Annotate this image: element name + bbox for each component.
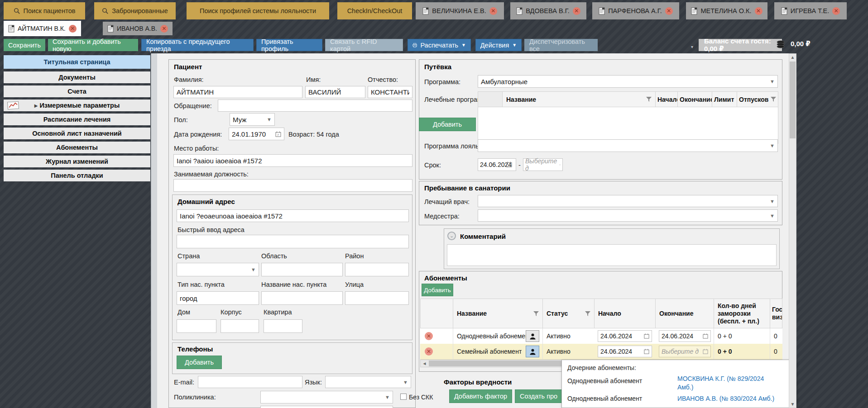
vertical-scrollbar-thumb[interactable]	[790, 62, 796, 138]
subs-row2-end-date[interactable]: Выберите д	[659, 346, 711, 357]
calendar-icon[interactable]: 7	[506, 161, 512, 167]
collapse-toggle-icon[interactable]: ⌄	[447, 232, 456, 240]
term-end-field[interactable]: Выберите д 7	[523, 158, 563, 171]
add-subscription-button[interactable]: Добавить	[422, 284, 453, 296]
quick-address-field[interactable]	[177, 235, 409, 248]
sidebar-item-main-prescription-sheet[interactable]: Основной лист назначений	[4, 128, 150, 139]
building-field[interactable]	[221, 319, 259, 333]
calendar-icon[interactable]: 7	[560, 162, 561, 168]
language-select[interactable]: ▼	[325, 376, 411, 388]
copy-previous-visit-button[interactable]: Копировать с предыдущего приезда	[141, 39, 254, 51]
sidebar-item-documents[interactable]: Документы	[4, 71, 150, 83]
settlement-name-field[interactable]	[261, 291, 343, 305]
treatment-table-end-header[interactable]: Окончание	[677, 91, 712, 107]
close-icon[interactable]: ✕	[489, 7, 497, 15]
add-hazard-factor-button[interactable]: Добавить фактор	[449, 389, 512, 403]
sidebar-item-treatment-schedule[interactable]: Расписание лечения	[4, 114, 150, 125]
tab-patient-igreva[interactable]: ИГРЕВА Т.Е. ✕	[774, 2, 847, 19]
close-icon[interactable]: ✕	[832, 7, 840, 15]
email-field[interactable]	[198, 376, 302, 388]
treatment-table-name-header[interactable]: Название	[502, 91, 656, 107]
firstname-field[interactable]	[305, 86, 365, 98]
create-hazard-profile-button[interactable]: Создать про	[515, 389, 569, 403]
address-field[interactable]	[177, 209, 409, 222]
tab-patient-search[interactable]: Поиск пациентов	[4, 2, 85, 19]
filter-icon[interactable]	[771, 97, 776, 102]
treatment-table-vacations-header[interactable]: Отпусков	[737, 91, 778, 107]
close-icon[interactable]: ✕	[69, 25, 77, 33]
add-phone-button[interactable]: Добавить	[177, 356, 222, 369]
subs-row2-start-date[interactable]: 24.06.2024	[598, 346, 652, 357]
salutation-field[interactable]	[218, 100, 412, 112]
close-icon[interactable]: ✕	[665, 7, 673, 15]
sidebar-item-subscriptions[interactable]: Абонементы	[4, 142, 150, 153]
add-treatment-program-button[interactable]: Добавить	[419, 118, 476, 131]
filter-icon[interactable]	[585, 311, 590, 316]
tab-booked[interactable]: Забронированные	[94, 2, 176, 19]
bottom-partial-field[interactable]	[260, 406, 393, 408]
subs-freeze-header[interactable]: Кол-во дней заморозки (беспл. + пл.)	[714, 299, 770, 328]
region-field[interactable]	[261, 263, 343, 276]
calendar-icon[interactable]	[703, 333, 708, 339]
clinic-select[interactable]: ▼	[260, 391, 393, 403]
treatment-table-limit-header[interactable]: Лимит	[712, 91, 737, 107]
sidebar-item-measured-params[interactable]: ▶ Измеряемые параметры	[4, 100, 150, 111]
subs-row1-end-date[interactable]: 24.06.2024	[659, 330, 711, 342]
apartment-field[interactable]	[264, 319, 302, 333]
tab-loyalty-profiles-search[interactable]: Поиск профилей системы лояльности	[187, 2, 329, 19]
middlename-field[interactable]	[368, 86, 412, 98]
tab-checkin-checkout[interactable]: CheckIn/CheckOut	[337, 2, 412, 19]
close-icon[interactable]: ✕	[755, 7, 762, 15]
bind-profile-button[interactable]: Привязать профиль	[256, 39, 322, 51]
calendar-icon[interactable]	[703, 349, 708, 354]
print-button[interactable]: Распечатать▼	[408, 39, 471, 51]
comment-textarea[interactable]	[447, 244, 777, 266]
gender-select[interactable]: Муж▼	[230, 113, 275, 126]
calendar-icon[interactable]	[644, 333, 649, 339]
tab-patient-metelina[interactable]: МЕТЕЛИНА О.К. ✕	[686, 2, 767, 19]
subs-end-header[interactable]: Окончание	[655, 299, 714, 328]
calendar-icon[interactable]: 7	[275, 131, 281, 137]
save-button[interactable]: Сохранить	[4, 39, 45, 51]
subs-start-header[interactable]: Начало	[594, 299, 656, 328]
filter-icon[interactable]	[646, 97, 652, 102]
filter-icon[interactable]	[533, 311, 539, 316]
expander-icon[interactable]: ▶	[34, 103, 38, 108]
scroll-up-icon[interactable]: ▲	[789, 54, 796, 61]
dispatch-all-button[interactable]: Диспетчеризовать все	[524, 39, 598, 51]
doctor-select[interactable]: ▼	[478, 195, 778, 207]
sidebar-item-title-page[interactable]: Титульная страница	[4, 55, 150, 69]
birthdate-field[interactable]: 24.01.1970 7	[229, 128, 284, 140]
person-icon[interactable]	[526, 346, 539, 357]
sidebar-item-change-log[interactable]: Журнал изменений	[4, 156, 150, 167]
calendar-icon[interactable]	[644, 349, 649, 354]
subs-guest-header[interactable]: Гоствиз	[770, 299, 782, 328]
scroll-left-icon[interactable]: ◄	[421, 360, 428, 367]
house-field[interactable]	[177, 319, 216, 333]
district-field[interactable]	[345, 263, 409, 276]
settlement-type-field[interactable]	[177, 291, 259, 305]
no-skk-checkbox[interactable]	[400, 394, 407, 400]
sidebar-item-debug-panel[interactable]: Панель отладки	[4, 170, 150, 181]
rfid-link-button[interactable]: Связать с RFID картой	[325, 39, 403, 51]
position-field[interactable]	[173, 179, 412, 192]
delete-row-icon[interactable]: ✕	[425, 332, 433, 340]
tab-patient-velichkina[interactable]: ВЕЛИЧКИНА Е.В. ✕	[416, 2, 504, 19]
person-icon[interactable]	[526, 330, 539, 342]
country-select[interactable]: ▼	[177, 263, 259, 276]
tab-patient-aytmatin-active[interactable]: АЙТМАТИН В.К. ✕	[4, 21, 81, 36]
lastname-field[interactable]	[173, 86, 302, 98]
nurse-select[interactable]: ▼	[478, 209, 778, 222]
subs-row1-start-date[interactable]: 24.06.2024	[598, 330, 652, 342]
loyalty-program-select[interactable]: ▼	[478, 139, 778, 152]
subs-status-header[interactable]: Статус	[542, 299, 595, 328]
sidebar-item-invoices[interactable]: Счета	[4, 85, 150, 97]
tab-patient-ivanov[interactable]: ИВАНОВ А.В. ✕	[103, 22, 173, 35]
treatment-table-start-header[interactable]: Начало	[655, 91, 678, 107]
close-icon[interactable]: ✕	[160, 25, 168, 33]
save-and-add-button[interactable]: Сохранить и добавить новую	[48, 39, 138, 51]
delete-row-icon[interactable]: ✕	[425, 347, 433, 356]
close-icon[interactable]: ✕	[573, 7, 580, 15]
scroll-down-icon[interactable]: ▼	[789, 401, 796, 408]
child-subscription-link[interactable]: МОСКВИНА К.Г. (№ 829/2024 Амб.)	[677, 375, 772, 392]
